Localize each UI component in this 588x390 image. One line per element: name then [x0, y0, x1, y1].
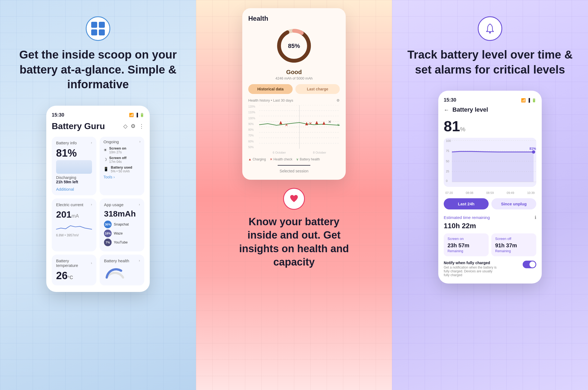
battery-health-label: Battery health	[300, 157, 320, 161]
right-signal-icon: ▐	[527, 98, 530, 102]
health-header: Battery health ›	[104, 258, 140, 263]
legend-health-check: ✕ Health check	[270, 157, 292, 161]
screen-grid: Screen on 23h 57m Remaining Screen off 9…	[444, 233, 536, 256]
screen-on-label: Screen on	[109, 146, 126, 150]
mah-capacity: 4246 mAh of 5000 mAh	[248, 76, 340, 80]
battery-health-symbol: ∨	[296, 157, 299, 161]
status-icons: 📶 ▐ 🔋	[129, 113, 144, 117]
health-title: Health	[248, 15, 340, 22]
screen-on-box: Screen on 23h 57m Remaining	[444, 233, 489, 256]
additional-link[interactable]: Additional	[56, 187, 92, 191]
phone-header: Battery Guru ◇ ⚙ ⋮	[52, 121, 144, 131]
right-battery-icon: 🔋	[532, 98, 536, 102]
phone-app-title: Battery Guru	[52, 121, 105, 131]
list-item: 18% Waze	[104, 230, 140, 237]
battery-used-value: 5% • 50 mAh	[111, 169, 132, 173]
time-08:08: 08:08	[466, 191, 473, 194]
snapchat-label: Snapchat	[114, 222, 129, 226]
left-phone-mockup: 15:30 📶 ▐ 🔋 Battery Guru ◇ ⚙ ⋮ Battery i…	[46, 106, 150, 292]
more-icon[interactable]: ⋮	[139, 123, 144, 129]
svg-text:✕: ✕	[328, 120, 331, 124]
sun-icon: ☀	[103, 148, 107, 153]
tools-link[interactable]: Tools ›	[103, 175, 140, 179]
selected-session: Selected session	[278, 165, 310, 173]
ongoing-card: Ongoing › ☀ Screen on 10m 27s ☽ Screen o…	[100, 137, 144, 195]
battery-icon: 🔋	[140, 113, 144, 117]
current-chart	[56, 221, 92, 232]
chart-x-labels: 6 October 8 October	[259, 151, 340, 154]
notify-sub: Get a notification when the battery is f…	[444, 266, 498, 277]
charging-label: Charging	[253, 157, 266, 161]
watt-text: 6.8W • 3957mV	[56, 233, 92, 237]
tools-label: Tools	[103, 175, 112, 179]
right-wifi-icon: 📶	[521, 98, 526, 102]
bottom-hero-text: Know your battery inside and out. Get in…	[237, 215, 351, 269]
legend-charging: ▲ Charging	[248, 157, 266, 161]
time-tabs: Last 24h Since unplug	[444, 198, 536, 209]
left-panel: Get the inside scoop on your battery at-…	[0, 0, 196, 390]
battery-chart-mini	[56, 160, 92, 174]
screen-on-value: 10m 27s	[109, 150, 126, 154]
time-09:49: 09:49	[507, 191, 514, 194]
ongoing-chevron[interactable]: ›	[139, 140, 140, 144]
tab-last-24h[interactable]: Last 24h	[444, 198, 489, 209]
time-10:39: 10:39	[527, 191, 535, 194]
list-item: 7% YouTube	[104, 239, 140, 246]
screen-off-box: Screen off 91h 37m Remaining	[491, 233, 536, 256]
chart-time-labels: 07:20 08:08 08:59 09:49 10:39	[444, 191, 536, 194]
current-chevron[interactable]: ›	[91, 203, 92, 206]
chart-settings-icon[interactable]: ⚙	[336, 98, 340, 102]
health-check-symbol: ✕	[270, 157, 272, 161]
notify-toggle[interactable]	[523, 261, 536, 268]
screen-off-box-value: 91h 37m	[495, 242, 532, 249]
svg-text:0: 0	[446, 179, 448, 182]
settings-icon[interactable]: ⚙	[131, 123, 136, 129]
ongoing-header: Ongoing ›	[103, 139, 140, 144]
current-label: Electric current	[56, 202, 83, 207]
time-display: 15:30	[52, 112, 64, 118]
info-icon[interactable]: ℹ	[535, 215, 536, 220]
right-phone-header: ← Battery level	[444, 106, 536, 113]
estimated-value: 110h 22m	[444, 222, 536, 230]
health-chevron[interactable]: ›	[139, 259, 140, 263]
discharging-label: Discharging	[56, 175, 92, 180]
wifi-icon: 📶	[129, 113, 134, 117]
waze-label: Waze	[114, 231, 123, 235]
temp-chevron[interactable]: ›	[91, 261, 92, 265]
moon-icon: ☽	[103, 157, 107, 162]
app-usage-card: App usage › 318mAh 36% Snapchat 18% Waze…	[100, 199, 144, 251]
left-hero-text: Get the inside scoop on your battery at-…	[11, 47, 185, 92]
svg-point-33	[532, 150, 535, 154]
svg-text:81%: 81%	[529, 147, 536, 151]
svg-text:✕: ✕	[285, 123, 288, 127]
status-bar: 15:30 📶 ▐ 🔋	[52, 112, 144, 118]
svg-marker-16	[323, 121, 326, 125]
phone-icon: 📱	[103, 167, 109, 172]
battery-info-chevron[interactable]: ›	[91, 141, 92, 145]
svg-text:∨: ∨	[337, 123, 339, 127]
screen-off-box-label: Screen off	[495, 237, 532, 241]
grid-icon	[91, 22, 105, 35]
chart-header: Health history • Last 30 days ⚙	[248, 98, 340, 102]
svg-text:25: 25	[446, 170, 449, 173]
back-button[interactable]: ←	[444, 107, 449, 113]
diamond-icon[interactable]: ◇	[123, 123, 127, 129]
health-gauge	[104, 265, 140, 280]
app-usage-chevron[interactable]: ›	[139, 203, 140, 206]
battery-health-card: Battery health ›	[100, 255, 144, 285]
health-good-label: Good	[248, 69, 340, 76]
bell-icon-circle	[478, 16, 502, 41]
list-item: 36% Snapchat	[104, 221, 140, 228]
notify-row: Notify when fully charged Get a notifica…	[444, 261, 536, 277]
battery-info-card: Battery info › 81% Discharging 21h 59m l…	[52, 137, 96, 195]
waze-dot: 18%	[104, 230, 112, 237]
svg-marker-13	[279, 121, 282, 124]
battery-level-title: Battery level	[452, 106, 488, 113]
tab-since-unplug[interactable]: Since unplug	[491, 198, 536, 209]
estimated-label: Estimated time remaining	[444, 215, 490, 220]
tab-last-charge[interactable]: Last charge	[295, 84, 340, 94]
tab-historical[interactable]: Historical data	[248, 84, 293, 94]
app-usage-label: App usage	[104, 202, 124, 207]
middle-bottom: Know your battery inside and out. Get in…	[237, 188, 351, 269]
electric-current-card: Electric current › 201mA 6.8W • 3957mV	[52, 199, 96, 251]
